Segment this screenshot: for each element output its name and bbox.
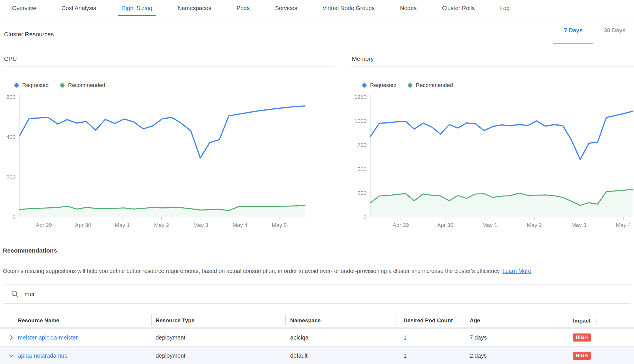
recommended-legend-label: Recommended xyxy=(68,82,105,88)
tab-pods[interactable]: Pods xyxy=(233,0,253,16)
svg-text:Apr 30: Apr 30 xyxy=(437,222,453,228)
sort-descending-icon[interactable]: ↓ xyxy=(595,317,598,324)
svg-text:May 3: May 3 xyxy=(193,222,208,228)
tab-nodes[interactable]: Nodes xyxy=(397,0,420,16)
chevron-right-icon[interactable] xyxy=(8,334,14,341)
legend-item-requested[interactable]: Requested xyxy=(362,82,397,88)
memory-chart-panel: Memory Requested Recommended 02505007501… xyxy=(351,55,634,229)
pod-count-cell: 1 xyxy=(403,334,407,341)
tab-label: Nodes xyxy=(400,5,417,12)
tab-label: Pods xyxy=(237,5,250,12)
pod-count-cell: 1 xyxy=(403,352,407,359)
svg-text:200: 200 xyxy=(6,174,16,180)
memory-chart-legend: Requested Recommended xyxy=(351,82,634,88)
svg-text:400: 400 xyxy=(6,134,16,140)
section-title-cluster-resources: Cluster Resources xyxy=(4,31,54,38)
range-30-days-button[interactable]: 30 Days xyxy=(601,16,629,44)
column-header-namespace[interactable]: Namespace xyxy=(290,317,321,324)
range-7-days-button[interactable]: 7 Days xyxy=(553,16,594,44)
impact-badge: HIGH xyxy=(573,352,591,360)
recommendations-description: Ocean's resizing suggestions will help y… xyxy=(3,268,628,274)
tab-label: Namespaces xyxy=(178,5,211,12)
cpu-line-chart: 0200400600Apr 29Apr 30May 1May 2May 3May… xyxy=(3,92,334,229)
svg-text:May 3: May 3 xyxy=(571,222,586,228)
svg-text:Apr 30: Apr 30 xyxy=(75,222,91,228)
recommended-legend-dot xyxy=(408,83,412,88)
svg-text:0: 0 xyxy=(12,214,16,220)
svg-text:May 5: May 5 xyxy=(272,222,287,228)
svg-text:1000: 1000 xyxy=(354,118,367,124)
age-cell: 2 days xyxy=(470,352,487,359)
cluster-resources-header: Cluster Resources 7 Days 30 Days xyxy=(0,16,634,44)
chevron-down-icon[interactable] xyxy=(8,352,14,359)
svg-text:Apr 29: Apr 29 xyxy=(393,222,409,228)
legend-item-recommended[interactable]: Recommended xyxy=(408,82,453,88)
table-row[interactable]: apiqa-nostradamusdeploymentdefault12 day… xyxy=(0,347,634,364)
recommended-legend-dot xyxy=(60,83,65,88)
svg-text:May 2: May 2 xyxy=(527,222,542,228)
table-body: meister-apiciqa-meisterdeploymentapiciqa… xyxy=(0,329,634,364)
search-box[interactable] xyxy=(3,285,631,304)
tab-label: Virtual Node Groups xyxy=(322,5,375,12)
impact-badge: HIGH xyxy=(573,333,591,342)
cpu-chart-panel: CPU Requested Recommended 0200400600Apr … xyxy=(3,55,334,229)
tab-overview[interactable]: Overview xyxy=(9,0,39,16)
tab-cost-analysis[interactable]: Cost Analysis xyxy=(58,0,99,16)
time-range-toggle: 7 Days 30 Days xyxy=(553,16,630,44)
memory-chart-title: Memory xyxy=(351,55,634,67)
requested-legend-dot xyxy=(14,83,19,88)
recommended-legend-label: Recommended xyxy=(416,82,453,88)
column-separator xyxy=(151,314,152,326)
tab-services[interactable]: Services xyxy=(271,0,301,16)
svg-text:May 1: May 1 xyxy=(482,222,497,228)
column-header-resource-type[interactable]: Resource Type xyxy=(156,317,195,324)
column-header-desired-pod-count[interactable]: Desired Pod Count xyxy=(403,317,453,324)
resource-name-link[interactable]: apiqa-nostradamus xyxy=(18,352,67,359)
tab-label: Cluster Rolls xyxy=(442,5,475,12)
tab-cluster-rolls[interactable]: Cluster Rolls xyxy=(439,0,478,16)
table-header: Resource Name Resource Type Namespace De… xyxy=(0,313,634,328)
tab-log[interactable]: Log xyxy=(497,0,513,16)
tab-bar: OverviewCost AnalysisRight SizingNamespa… xyxy=(0,0,634,16)
divider xyxy=(0,263,634,263)
range-7-days-label: 7 Days xyxy=(564,27,583,34)
tab-namespaces[interactable]: Namespaces xyxy=(174,0,215,16)
svg-text:May 4: May 4 xyxy=(233,222,248,228)
column-separator xyxy=(463,314,463,326)
search-input[interactable] xyxy=(24,291,631,297)
age-cell: 7 days xyxy=(470,334,487,341)
legend-item-requested[interactable]: Requested xyxy=(14,82,49,88)
column-header-resource-name[interactable]: Resource Name xyxy=(18,317,59,324)
tab-label: Right Sizing xyxy=(121,5,152,12)
column-header-age[interactable]: Age xyxy=(470,317,480,324)
requested-legend-dot xyxy=(362,83,367,88)
active-range-underline xyxy=(553,43,594,44)
active-tab-underline xyxy=(118,15,156,16)
search-icon xyxy=(11,290,19,298)
recommendations-title: Recommendations xyxy=(3,247,57,254)
resource-type-cell: deployment xyxy=(156,334,185,341)
tab-right-sizing[interactable]: Right Sizing xyxy=(118,0,156,16)
tab-label: Cost Analysis xyxy=(61,5,96,12)
cpu-chart-title: CPU xyxy=(3,55,334,67)
svg-text:May 1: May 1 xyxy=(115,222,130,228)
column-header-impact[interactable]: Impact↓ xyxy=(573,317,598,324)
column-separator xyxy=(285,314,286,326)
table-row[interactable]: meister-apiciqa-meisterdeploymentapiciqa… xyxy=(0,329,634,347)
memory-line-chart: 025050075010001250Apr 29Apr 30May 1May 2… xyxy=(351,92,634,229)
requested-legend-label: Requested xyxy=(370,82,397,88)
column-separator xyxy=(397,314,397,326)
requested-legend-label: Requested xyxy=(22,82,49,88)
resource-type-cell: deployment xyxy=(156,352,185,359)
svg-text:500: 500 xyxy=(357,166,367,172)
svg-text:750: 750 xyxy=(357,142,367,148)
svg-text:0: 0 xyxy=(363,214,367,220)
resource-name-link[interactable]: meister-apiciqa-meister xyxy=(18,334,78,341)
tab-virtual-node-groups[interactable]: Virtual Node Groups xyxy=(319,0,378,16)
namespace-cell: default xyxy=(290,352,307,359)
svg-text:600: 600 xyxy=(6,94,16,100)
legend-item-recommended[interactable]: Recommended xyxy=(60,82,105,88)
svg-text:May 2: May 2 xyxy=(154,222,169,228)
tab-label: Overview xyxy=(12,5,36,12)
learn-more-link[interactable]: Learn More xyxy=(502,268,531,274)
